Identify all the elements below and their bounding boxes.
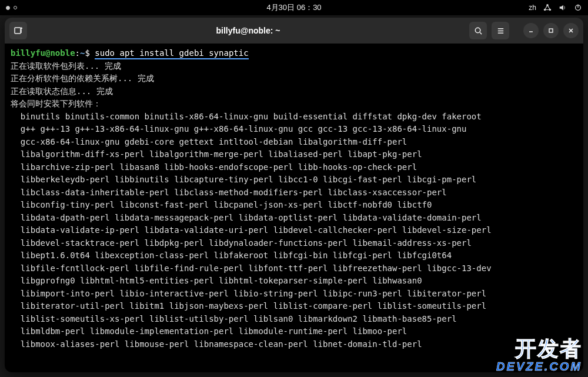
close-button[interactable] <box>563 23 579 38</box>
svg-line-9 <box>480 32 482 34</box>
gnome-topbar: 4月30日 06：30 zh <box>0 0 588 15</box>
maximize-button[interactable] <box>543 23 559 38</box>
svg-rect-14 <box>549 29 553 32</box>
watermark: 开发者 DEVZE.COM <box>496 338 582 372</box>
clock[interactable]: 4月30日 06：30 <box>266 2 321 13</box>
workspace-dot <box>14 6 17 9</box>
watermark-text: 开发者 <box>515 338 582 359</box>
terminal-content[interactable]: billyfu@noble:~$ sudo apt install gdebi … <box>5 44 583 372</box>
minimize-button[interactable] <box>523 23 539 38</box>
search-button[interactable] <box>469 22 487 39</box>
svg-rect-5 <box>15 28 21 34</box>
network-icon[interactable] <box>543 4 552 12</box>
new-tab-button[interactable] <box>9 22 27 39</box>
titlebar: billyfu@noble: ~ <box>5 18 583 44</box>
svg-point-8 <box>475 28 480 32</box>
volume-icon[interactable] <box>559 4 567 12</box>
activities-area[interactable] <box>6 6 17 10</box>
menu-button[interactable] <box>492 22 509 39</box>
watermark-url: DEVZE.COM <box>496 361 582 372</box>
system-tray[interactable]: zh <box>529 4 582 12</box>
terminal-window: billyfu@noble: ~ billyfu@noble:~$ sudo a… <box>5 18 583 372</box>
workspace-dot-active <box>6 6 10 10</box>
window-title: billyfu@noble: ~ <box>32 26 465 35</box>
input-method-indicator[interactable]: zh <box>529 4 536 12</box>
power-icon[interactable] <box>574 4 582 12</box>
